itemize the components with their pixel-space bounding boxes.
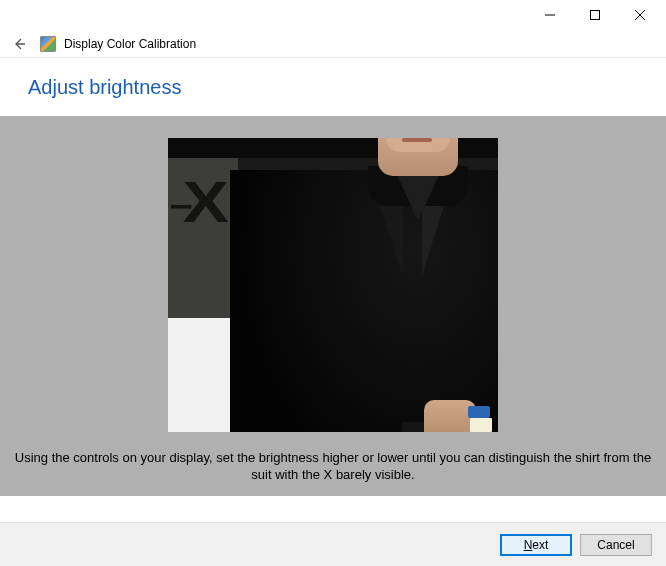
close-button[interactable]: [617, 1, 662, 29]
page-title: Adjust brightness: [0, 58, 666, 99]
content-area: X Using the controls on your display, se…: [0, 116, 666, 496]
button-bar: Next Cancel: [0, 522, 666, 566]
instruction-text: Using the controls on your display, set …: [0, 449, 666, 484]
next-button[interactable]: Next: [500, 534, 572, 556]
back-button[interactable]: [8, 33, 30, 55]
calibration-sample-image: X: [168, 138, 498, 432]
maximize-button[interactable]: [572, 1, 617, 29]
app-icon: [40, 36, 56, 52]
minimize-button[interactable]: [527, 1, 572, 29]
window-title: Display Color Calibration: [64, 37, 196, 51]
header: Display Color Calibration: [0, 30, 666, 58]
svg-rect-1: [590, 11, 599, 20]
titlebar: [0, 0, 666, 30]
cancel-button[interactable]: Cancel: [580, 534, 652, 556]
